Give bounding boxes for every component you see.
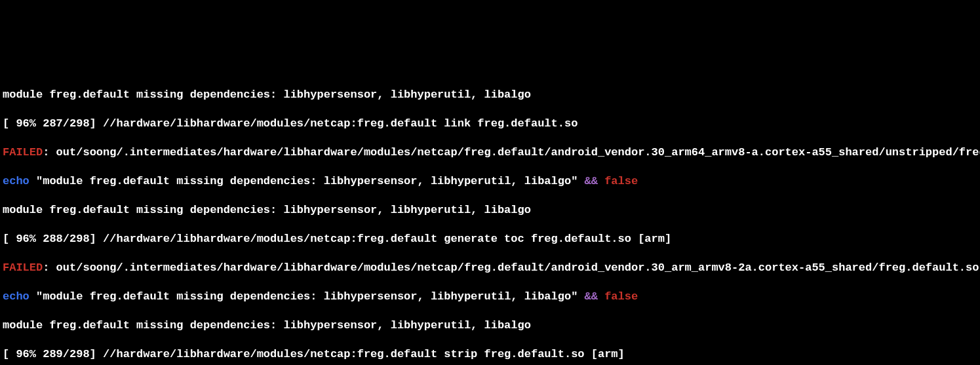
failed-path: : out/soong/.intermediates/hardware/libh… bbox=[43, 146, 980, 159]
log-line: echo "module freg.default missing depend… bbox=[3, 290, 977, 304]
and-op: && bbox=[585, 175, 598, 187]
log-line: echo "module freg.default missing depend… bbox=[3, 174, 977, 189]
failed-tag: FAILED bbox=[3, 261, 43, 274]
log-line: [ 96% 289/298] //hardware/libhardware/mo… bbox=[3, 347, 977, 362]
log-line: module freg.default missing dependencies… bbox=[3, 88, 977, 102]
echo-cmd: echo bbox=[3, 290, 29, 303]
log-line: module freg.default missing dependencies… bbox=[3, 318, 977, 333]
log-line: FAILED: out/soong/.intermediates/hardwar… bbox=[3, 145, 977, 160]
log-line: module freg.default missing dependencies… bbox=[3, 203, 977, 218]
and-op: && bbox=[585, 290, 598, 303]
log-line: [ 96% 287/298] //hardware/libhardware/mo… bbox=[3, 117, 977, 131]
failed-path: : out/soong/.intermediates/hardware/libh… bbox=[43, 261, 980, 274]
log-line: FAILED: out/soong/.intermediates/hardwar… bbox=[3, 261, 977, 275]
echo-cmd: echo bbox=[3, 175, 29, 187]
false-cmd: false bbox=[598, 290, 638, 303]
terminal-output[interactable]: module freg.default missing dependencies… bbox=[0, 72, 980, 365]
false-cmd: false bbox=[598, 175, 638, 187]
echo-string: "module freg.default missing dependencie… bbox=[29, 290, 585, 303]
log-line: [ 96% 288/298] //hardware/libhardware/mo… bbox=[3, 232, 977, 246]
echo-string: "module freg.default missing dependencie… bbox=[29, 175, 585, 187]
failed-tag: FAILED bbox=[3, 146, 43, 159]
